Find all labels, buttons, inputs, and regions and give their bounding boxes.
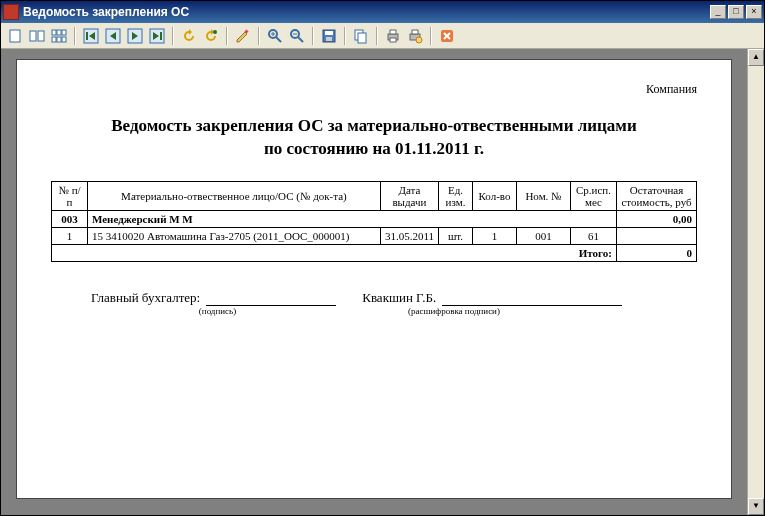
sign-name: Квакшин Г.Б. xyxy=(342,290,440,306)
title-line-2: по состоянию на 01.11.2011 г. xyxy=(264,139,484,158)
cell-cost xyxy=(617,227,697,244)
svg-rect-0 xyxy=(10,30,20,42)
nav-last-icon[interactable] xyxy=(147,26,167,46)
title-line-1: Ведомость закрепления ОС за материально-… xyxy=(111,116,636,135)
toolbar xyxy=(1,23,764,49)
svg-rect-37 xyxy=(412,30,418,34)
table-row: 1 15 3410020 Автомашина Газ-2705 (2011_О… xyxy=(52,227,697,244)
sign-under-2: (расшифровка подписи) xyxy=(344,306,564,316)
col-nom: Ном. № xyxy=(517,181,571,210)
sign-line-name xyxy=(442,292,622,306)
print-icon[interactable] xyxy=(383,26,403,46)
scroll-track[interactable] xyxy=(748,66,764,498)
svg-rect-3 xyxy=(52,30,56,35)
cell-date: 31.05.2011 xyxy=(380,227,438,244)
svg-point-19 xyxy=(213,30,217,34)
vertical-scrollbar[interactable]: ▲ ▼ xyxy=(747,49,764,515)
col-cost: Остаточная стоимость, руб xyxy=(617,181,697,210)
content-area: Компания Ведомость закрепления ОС за мат… xyxy=(1,49,764,515)
page-viewport[interactable]: Компания Ведомость закрепления ОС за мат… xyxy=(1,49,747,515)
refresh-all-icon[interactable] xyxy=(201,26,221,46)
col-person: Материально-отвественное лицо/ОС (№ док-… xyxy=(88,181,381,210)
zoom-out-icon[interactable] xyxy=(287,26,307,46)
group-name: Менеджерский М М xyxy=(88,210,617,227)
nav-first-icon[interactable] xyxy=(81,26,101,46)
cell-qty: 1 xyxy=(473,227,517,244)
group-sum: 0,00 xyxy=(617,210,697,227)
report-table: № п/п Материально-отвественное лицо/ОС (… xyxy=(51,181,697,262)
close-window-button[interactable]: × xyxy=(746,5,762,19)
svg-line-26 xyxy=(298,37,303,42)
minimize-button[interactable]: _ xyxy=(710,5,726,19)
cell-desc: 15 3410020 Автомашина Газ-2705 (2011_ООС… xyxy=(88,227,381,244)
cell-srv: 61 xyxy=(571,227,617,244)
nav-prev-icon[interactable] xyxy=(103,26,123,46)
single-page-icon[interactable] xyxy=(5,26,25,46)
table-header-row: № п/п Материально-отвественное лицо/ОС (… xyxy=(52,181,697,210)
sign-line-signature xyxy=(206,292,336,306)
nav-next-icon[interactable] xyxy=(125,26,145,46)
signature-block: Главный бухгалтер: Квакшин Г.Б. (подпись… xyxy=(51,290,697,316)
close-icon[interactable] xyxy=(437,26,457,46)
sign-under-1: (подпись) xyxy=(91,306,344,316)
multi-page-icon[interactable] xyxy=(49,26,69,46)
scroll-up-icon[interactable]: ▲ xyxy=(748,49,764,66)
window-buttons: _ □ × xyxy=(710,5,762,19)
cell-num: 1 xyxy=(52,227,88,244)
copy-icon[interactable] xyxy=(351,26,371,46)
app-window: Ведомость закрепления ОС _ □ × xyxy=(0,0,765,516)
sign-role: Главный бухгалтер: xyxy=(91,290,200,306)
svg-rect-8 xyxy=(62,37,66,42)
window-title: Ведомость закрепления ОС xyxy=(23,5,710,19)
group-row: 003 Менеджерский М М 0,00 xyxy=(52,210,697,227)
company-label: Компания xyxy=(51,82,697,97)
col-unit: Ед. изм. xyxy=(439,181,473,210)
svg-rect-35 xyxy=(390,38,396,42)
titlebar: Ведомость закрепления ОС _ □ × xyxy=(1,1,764,23)
maximize-button[interactable]: □ xyxy=(728,5,744,19)
report-page: Компания Ведомость закрепления ОС за мат… xyxy=(16,59,732,499)
total-row: Итого: 0 xyxy=(52,244,697,261)
group-code: 003 xyxy=(52,210,88,227)
cell-unit: шт. xyxy=(439,227,473,244)
svg-rect-29 xyxy=(325,31,333,35)
dual-page-icon[interactable] xyxy=(27,26,47,46)
total-value: 0 xyxy=(617,244,697,261)
col-qty: Кол-во xyxy=(473,181,517,210)
svg-rect-32 xyxy=(358,33,366,43)
svg-rect-34 xyxy=(390,30,396,34)
svg-rect-5 xyxy=(62,30,66,35)
svg-rect-1 xyxy=(30,31,36,41)
svg-line-22 xyxy=(276,37,281,42)
col-date: Дата выдачи xyxy=(380,181,438,210)
doc-title: Ведомость закрепления ОС за материально-… xyxy=(51,115,697,161)
print-setup-icon[interactable] xyxy=(405,26,425,46)
svg-rect-2 xyxy=(38,31,44,41)
svg-rect-10 xyxy=(86,32,88,40)
svg-rect-30 xyxy=(326,37,332,41)
svg-rect-6 xyxy=(52,37,56,42)
cell-nom: 001 xyxy=(517,227,571,244)
col-num: № п/п xyxy=(52,181,88,210)
col-srv: Ср.исп. мес xyxy=(571,181,617,210)
scroll-down-icon[interactable]: ▼ xyxy=(748,498,764,515)
svg-point-38 xyxy=(416,37,422,43)
refresh-icon[interactable] xyxy=(179,26,199,46)
edit-icon[interactable] xyxy=(233,26,253,46)
svg-rect-18 xyxy=(160,32,162,40)
zoom-in-icon[interactable] xyxy=(265,26,285,46)
save-icon[interactable] xyxy=(319,26,339,46)
app-icon xyxy=(3,4,19,20)
svg-rect-4 xyxy=(57,30,61,35)
svg-rect-7 xyxy=(57,37,61,42)
total-label: Итого: xyxy=(52,244,617,261)
